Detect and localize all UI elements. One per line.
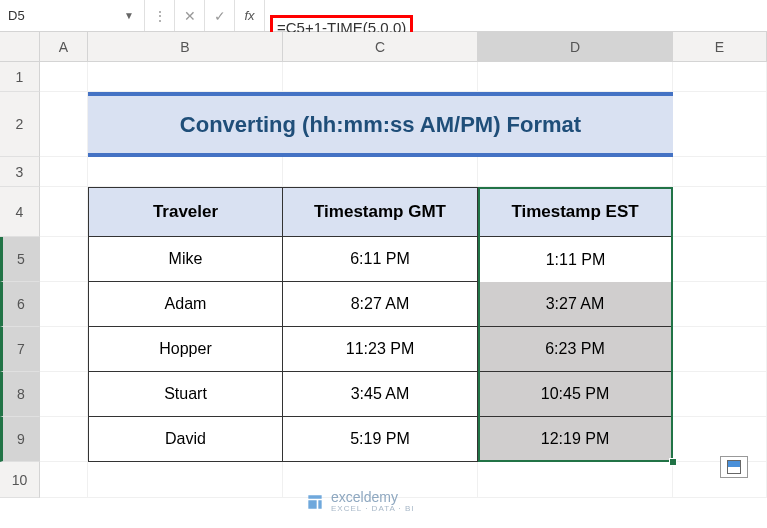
watermark: exceldemy EXCEL · DATA · BI [305, 490, 415, 514]
cell-traveler[interactable]: Adam [88, 282, 283, 327]
row-header-6[interactable]: 6 [0, 282, 40, 327]
cancel-formula-button[interactable]: ✕ [175, 0, 205, 31]
row-header-9[interactable]: 9 [0, 417, 40, 462]
title-banner[interactable]: Converting (hh:mm:ss AM/PM) Format [88, 92, 673, 157]
cell-est[interactable]: 12:19 PM [478, 417, 673, 462]
autofill-options-button[interactable] [720, 456, 748, 478]
column-header-b[interactable]: B [88, 32, 283, 61]
cells-area[interactable]: Converting (hh:mm:ss AM/PM) Format Trave… [40, 62, 767, 498]
table-row: Mike 6:11 PM [88, 237, 673, 282]
cell-gmt[interactable]: 5:19 PM [283, 417, 478, 462]
row-header-4[interactable]: 4 [0, 187, 40, 237]
cell-traveler[interactable]: David [88, 417, 283, 462]
table-row: Stuart 3:45 AM 10:45 PM [88, 372, 673, 417]
cell-est[interactable]: 6:23 PM [478, 327, 673, 372]
row-header-7[interactable]: 7 [0, 327, 40, 372]
name-box[interactable]: D5 ▼ [0, 0, 145, 31]
cell-traveler[interactable]: Hopper [88, 327, 283, 372]
row-header-3[interactable]: 3 [0, 157, 40, 187]
formula-separator: ⋮ [145, 0, 175, 31]
row-header-1[interactable]: 1 [0, 62, 40, 92]
header-est[interactable]: Timestamp EST [478, 187, 673, 237]
row-header-5[interactable]: 5 [0, 237, 40, 282]
row-header-10[interactable]: 10 [0, 462, 40, 498]
cell-est[interactable] [478, 237, 673, 282]
cell-gmt[interactable]: 3:45 AM [283, 372, 478, 417]
column-header-e[interactable]: E [673, 32, 767, 61]
watermark-tagline: EXCEL · DATA · BI [331, 505, 415, 514]
table-row: Adam 8:27 AM 3:27 AM [88, 282, 673, 327]
row-header-8[interactable]: 8 [0, 372, 40, 417]
name-box-value: D5 [8, 8, 124, 23]
table-row: David 5:19 PM 12:19 PM [88, 417, 673, 462]
cell-gmt[interactable]: 11:23 PM [283, 327, 478, 372]
column-header-a[interactable]: A [40, 32, 88, 61]
cell-est[interactable]: 3:27 AM [478, 282, 673, 327]
name-box-dropdown-icon[interactable]: ▼ [124, 10, 136, 21]
watermark-brand: exceldemy [331, 490, 415, 505]
header-traveler[interactable]: Traveler [88, 187, 283, 237]
column-header-c[interactable]: C [283, 32, 478, 61]
cell-gmt[interactable]: 8:27 AM [283, 282, 478, 327]
fill-handle[interactable] [669, 458, 677, 466]
spreadsheet-grid: A B C D E 1 2 3 4 5 6 7 8 9 10 [0, 32, 767, 498]
row-header-2[interactable]: 2 [0, 92, 40, 157]
column-header-d[interactable]: D [478, 32, 673, 61]
header-gmt[interactable]: Timestamp GMT [283, 187, 478, 237]
table-row: Hopper 11:23 PM 6:23 PM [88, 327, 673, 372]
data-table: Traveler Timestamp GMT Timestamp EST Mik… [88, 187, 673, 462]
watermark-logo-icon [305, 492, 325, 512]
formula-bar: D5 ▼ ⋮ ✕ ✓ fx =C5+1-TIME(5,0,0) [0, 0, 767, 32]
accept-formula-button[interactable]: ✓ [205, 0, 235, 31]
cell-gmt[interactable]: 6:11 PM [283, 237, 478, 282]
row-headers: 1 2 3 4 5 6 7 8 9 10 [0, 62, 40, 498]
column-headers: A B C D E [0, 32, 767, 62]
cell-traveler[interactable]: Mike [88, 237, 283, 282]
autofill-icon [727, 460, 741, 474]
select-all-corner[interactable] [0, 32, 40, 61]
insert-function-button[interactable]: fx [235, 0, 265, 31]
cell-est[interactable]: 10:45 PM [478, 372, 673, 417]
cell-traveler[interactable]: Stuart [88, 372, 283, 417]
